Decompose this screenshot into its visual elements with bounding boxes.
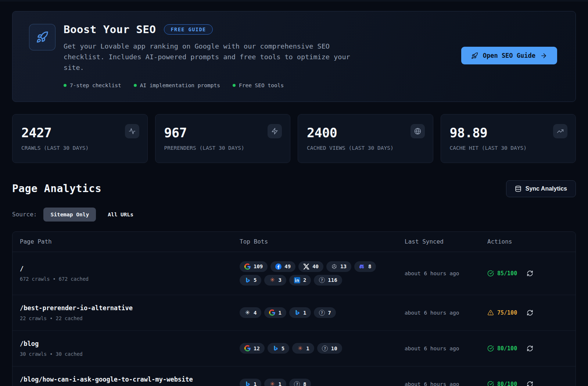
last-synced: about 6 hours ago xyxy=(405,270,487,276)
google-icon xyxy=(244,345,251,351)
discord-icon xyxy=(359,263,365,270)
bot-badge-google: 1 xyxy=(264,307,286,318)
claude-icon: ✳ xyxy=(297,345,303,351)
rocket-icon xyxy=(29,24,55,50)
header-top-bots: Top Bots xyxy=(240,238,405,245)
table-row: /best-prerender-io-alternative 22 crawls… xyxy=(12,295,576,331)
google-icon xyxy=(244,263,251,270)
free-guide-badge: FREE GUIDE xyxy=(164,24,212,35)
rocket-icon xyxy=(471,52,478,59)
bot-badge-facebook: 49 xyxy=(270,261,295,272)
stat-label: CRAWLS (LAST 30 DAYS) xyxy=(21,145,139,151)
unknown-icon: ? xyxy=(294,381,300,386)
bot-count: 3 xyxy=(278,277,281,283)
claude-icon: ✳ xyxy=(269,277,275,283)
stat-cards: 2427 CRAWLS (LAST 30 DAYS) 967 PRERENDER… xyxy=(12,114,576,163)
stat-value: 2400 xyxy=(307,125,424,140)
source-label: Source: xyxy=(12,211,37,218)
unknown-icon: ? xyxy=(322,345,328,351)
bot-badge-google: 109 xyxy=(240,261,268,272)
bot-count: 5 xyxy=(282,346,284,351)
x-icon xyxy=(303,263,309,270)
bot-badge-bing: 5 xyxy=(240,275,261,286)
stat-label: PRERENDERS (LAST 30 DAYS) xyxy=(164,145,282,151)
bot-badge-bing: 1 xyxy=(240,379,261,386)
bot-badge-unknown: ?10 xyxy=(317,343,342,354)
page-path[interactable]: /best-prerender-io-alternative xyxy=(20,304,240,312)
bot-count: 1 xyxy=(254,381,257,386)
bot-count: 1 xyxy=(306,346,309,351)
bot-count: 12 xyxy=(254,346,260,351)
bot-badges: 1✳1?8 xyxy=(240,379,394,386)
bot-badge-google: 12 xyxy=(240,343,265,354)
bot-count: 13 xyxy=(340,263,347,269)
stat-value: 98.89 xyxy=(450,125,567,140)
seo-promo-banner: Boost Your SEO FREE GUIDE Get your Lovab… xyxy=(12,11,576,102)
bot-count: 40 xyxy=(312,263,319,269)
bot-count: 10 xyxy=(331,346,337,351)
bot-count: 8 xyxy=(303,381,306,386)
sync-analytics-button[interactable]: Sync Analytics xyxy=(506,180,576,197)
bot-badges: ✳411?7 xyxy=(240,307,394,318)
header-page-path: Page Path xyxy=(20,238,240,245)
refresh-button[interactable] xyxy=(527,309,533,316)
bot-count: 2 xyxy=(303,277,306,283)
linkedin-icon xyxy=(294,277,300,283)
bot-count: 8 xyxy=(368,263,371,269)
seo-score: 80/100 xyxy=(487,345,517,352)
cta-label: Open SEO Guide xyxy=(483,52,535,59)
bot-badge-bing: 5 xyxy=(268,343,289,354)
crawl-stats: 672 crawls • 672 cached xyxy=(20,276,240,282)
page-analytics-table: Page Path Top Bots Last Synced Actions /… xyxy=(12,231,576,386)
check-circle-icon xyxy=(487,345,494,352)
table-row: /blog 30 crawls • 30 cached 125✳1?10 abo… xyxy=(12,331,576,366)
source-option-sitemap-only[interactable]: Sitemap Only xyxy=(43,208,96,222)
crawl-stats: 30 crawls • 30 cached xyxy=(20,351,240,357)
refresh-button[interactable] xyxy=(527,381,533,386)
table-row: / 672 crawls • 672 cached 10949401385✳32… xyxy=(12,252,576,295)
bot-badge-unknown: ?116 xyxy=(314,275,342,286)
google-icon xyxy=(269,309,275,316)
source-option-all-urls[interactable]: All URLs xyxy=(103,208,139,222)
top-divider xyxy=(0,0,588,1)
page-path[interactable]: / xyxy=(20,265,240,272)
bot-count: 4 xyxy=(254,310,257,316)
sync-button-label: Sync Analytics xyxy=(526,185,567,192)
open-seo-guide-button[interactable]: Open SEO Guide xyxy=(461,47,557,64)
check-circle-icon xyxy=(487,270,494,277)
bot-badge-claude: ✳1 xyxy=(264,379,286,386)
feature-label: Free SEO tools xyxy=(239,82,284,88)
bot-count: 49 xyxy=(284,263,291,269)
bot-badge-linkedin: 2 xyxy=(289,275,311,286)
seo-score: 85/100 xyxy=(487,270,517,277)
bing-icon xyxy=(272,345,279,351)
stat-card-cached-views: 2400 CACHED VIEWS (LAST 30 DAYS) xyxy=(298,114,433,163)
page-path[interactable]: /blog/how-can-i-ask-google-to-crawl-my-w… xyxy=(20,376,240,383)
stat-card-prerenders: 967 PRERENDERS (LAST 30 DAYS) xyxy=(155,114,291,163)
bot-count: 7 xyxy=(328,310,331,316)
bot-badges: 10949401385✳32?116 xyxy=(240,261,394,286)
refresh-button[interactable] xyxy=(527,270,533,277)
bot-badge-x: 40 xyxy=(298,261,323,272)
banner-description: Get your Lovable app ranking on Google w… xyxy=(64,41,370,73)
page-title: Page Analytics xyxy=(12,183,101,195)
check-circle-icon xyxy=(487,381,494,386)
banner-features: 7-step checklist AI implementation promp… xyxy=(64,82,370,88)
last-synced: about 6 hours ago xyxy=(405,310,487,316)
bot-count: 116 xyxy=(328,277,337,283)
perplexity-icon: ✳ xyxy=(244,309,251,316)
seo-score: 80/100 xyxy=(487,381,517,386)
unknown-icon: ? xyxy=(319,277,325,283)
page-path[interactable]: /blog xyxy=(20,340,240,347)
green-dot-icon xyxy=(134,84,137,87)
bot-badge-perplexity: ✳4 xyxy=(240,307,261,318)
bot-badge-openai: 13 xyxy=(326,261,351,272)
bot-badge-bing: 1 xyxy=(289,307,311,318)
table-row: /blog/how-can-i-ask-google-to-crawl-my-w… xyxy=(12,366,576,386)
bot-badge-unknown: ?8 xyxy=(289,379,311,386)
bot-count: 1 xyxy=(278,310,281,316)
bot-badge-claude: ✳3 xyxy=(264,275,286,286)
activity-icon xyxy=(125,124,139,138)
last-synced: about 6 hours ago xyxy=(405,346,487,351)
refresh-button[interactable] xyxy=(527,345,533,352)
